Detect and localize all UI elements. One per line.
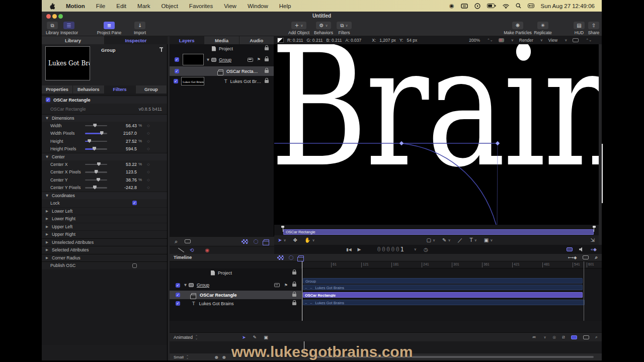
zoom-timeline-icon[interactable]: ⌕: [595, 334, 598, 340]
trim-icon[interactable]: ⧄: [562, 334, 565, 340]
line-tool[interactable]: ／: [458, 237, 463, 244]
group-enable-checkbox[interactable]: ✓: [175, 57, 179, 62]
render-menu[interactable]: Render: [519, 38, 533, 43]
isolate-icon[interactable]: [248, 58, 253, 62]
track-bar-group[interactable]: Group: [303, 278, 583, 284]
center-y-pixels-value[interactable]: -242.8: [112, 185, 137, 190]
height-pixels-value[interactable]: 594.5: [112, 146, 137, 151]
keyframe-icon[interactable]: ◇: [144, 124, 152, 128]
keyframe-icon[interactable]: ◇: [144, 186, 152, 190]
menu-item-file[interactable]: File: [96, 3, 106, 9]
pen-tool[interactable]: ✎: [253, 335, 257, 340]
screen-record-icon[interactable]: ◉: [449, 3, 454, 9]
audio-icon[interactable]: [579, 247, 584, 252]
menu-item-edit[interactable]: Edit: [116, 3, 126, 9]
wifi-icon[interactable]: [503, 4, 509, 9]
center-y-pixels-slider[interactable]: [85, 187, 107, 189]
text-enable-checkbox[interactable]: ✓: [174, 79, 178, 83]
keyframe-icon[interactable]: ◇: [144, 178, 152, 182]
pan-tool[interactable]: ✋∨: [304, 237, 315, 243]
menu-item-mark[interactable]: Mark: [137, 3, 150, 9]
make-particles-button[interactable]: ❋ Make Particles: [501, 22, 534, 35]
filter-region-bar[interactable]: OSCar Rectangle: [283, 229, 594, 235]
share-button[interactable]: ⇧ Share: [587, 22, 601, 35]
disclosure-lower-right[interactable]: ▶Lower Right: [42, 215, 167, 223]
expand-canvas-icon[interactable]: ⇲: [591, 237, 595, 243]
trackpad-zoom-icon[interactable]: [583, 335, 589, 339]
show-filters-icon[interactable]: [264, 239, 269, 243]
lock-icon[interactable]: [292, 302, 296, 305]
timeline-tracks[interactable]: Group ‒ ‒Lukes Got Brains OSCar Rectangl…: [302, 268, 602, 321]
tab-group[interactable]: Group: [136, 85, 167, 94]
filter-enable-checkbox[interactable]: ✓: [175, 69, 179, 73]
text-enable-checkbox[interactable]: ✓: [176, 301, 180, 306]
search-icon[interactable]: ⌕: [175, 238, 178, 245]
disclosure-upper-left[interactable]: ▶Upper Left: [42, 223, 167, 231]
lock-icon[interactable]: [292, 284, 296, 287]
timing-clock-icon[interactable]: ◷: [424, 247, 428, 252]
track-bar-text-2[interactable]: ‒ ‒Lukes Got Brains: [303, 300, 585, 305]
section-coordinates[interactable]: ▼Coordinates: [42, 192, 167, 199]
disclosure-unselected-attributes[interactable]: ▶Unselected Attributes: [42, 238, 167, 246]
timeline-row-oscar-rectangle[interactable]: ✓ OSCar Rectangle: [170, 291, 301, 299]
width-pixels-slider[interactable]: [85, 133, 107, 134]
disclosure-triangle-icon[interactable]: ▼: [184, 283, 187, 287]
width-slider[interactable]: [85, 125, 107, 127]
keyframe-icon[interactable]: ◇: [144, 147, 152, 151]
height-slider[interactable]: [85, 141, 107, 142]
tab-behaviors[interactable]: Behaviors: [73, 85, 104, 94]
keyframe-icon[interactable]: ◇: [144, 131, 152, 135]
show-behaviors-icon[interactable]: [254, 239, 258, 244]
layer-row-oscar-rectangle[interactable]: ✓ OSCar Recta…: [170, 66, 274, 76]
lock-checkbox[interactable]: ✓: [132, 201, 137, 205]
control-center-icon[interactable]: [528, 4, 534, 8]
menu-clock[interactable]: Sun Aug 27 12:49:06: [541, 3, 595, 9]
keyframe-icon[interactable]: ◇: [144, 170, 152, 174]
disclosure-upper-right[interactable]: ▶Upper Right: [42, 230, 167, 238]
show-timeline-icon[interactable]: [567, 247, 573, 251]
layer-row-project[interactable]: Project: [170, 44, 274, 53]
menu-item-help[interactable]: Help: [279, 3, 291, 9]
loop-playback-icon[interactable]: «◆: [591, 247, 597, 252]
project-pane-button[interactable]: ≣ Project Pane: [96, 22, 123, 35]
height-pixels-slider[interactable]: [85, 148, 107, 150]
layer-row-group[interactable]: ✓ ▼ Group ⚑: [170, 53, 274, 66]
canvas[interactable]: Brain: [274, 44, 599, 225]
play-circle-icon[interactable]: [474, 3, 480, 9]
pin-icon[interactable]: [159, 47, 163, 53]
library-button[interactable]: ⧉ Library: [45, 22, 59, 35]
center-y-value[interactable]: 38.76: [112, 177, 137, 183]
apple-menu[interactable]: [49, 3, 55, 10]
curve-icon[interactable]: ●: [222, 355, 226, 359]
center-x-pixels-slider[interactable]: [85, 171, 107, 173]
disclosure-selected-attributes[interactable]: ▶Selected Attributes: [42, 246, 167, 254]
filter-outline-overlay[interactable]: [274, 44, 599, 225]
menu-item-window[interactable]: Window: [248, 3, 268, 9]
lock-icon[interactable]: [265, 58, 269, 61]
width-value[interactable]: 56.43: [112, 123, 137, 128]
center-x-pixels-value[interactable]: 123.5: [112, 169, 137, 174]
replicate-button[interactable]: ✳ Replicate: [531, 22, 554, 35]
filter-enable-checkbox[interactable]: ✓: [176, 293, 180, 297]
inspector-button[interactable]: ☰ Inspector: [60, 22, 77, 35]
section-center[interactable]: ▼Center: [42, 153, 167, 160]
clear-keyframes-icon[interactable]: ⊗: [552, 335, 556, 340]
hud-button[interactable]: ▤ HUD: [573, 22, 586, 35]
audio-waveform-icon[interactable]: ♒: [532, 335, 536, 340]
import-button[interactable]: ↓ Import: [130, 22, 150, 35]
center-x-slider[interactable]: [85, 164, 107, 165]
menu-item-object[interactable]: Object: [162, 3, 178, 9]
zoom-level-select[interactable]: 200%: [469, 38, 480, 43]
timeline-row-lukes-got-brains[interactable]: ✓ T Lukes Got Brains: [170, 299, 301, 308]
battery-icon[interactable]: [487, 4, 496, 8]
shape-tool[interactable]: ▢∨: [427, 237, 436, 243]
text-tool[interactable]: T∨: [470, 237, 477, 243]
filters-button[interactable]: ⧉∨ Filters: [335, 22, 353, 35]
lock-icon[interactable]: [265, 70, 269, 73]
box-select-tool[interactable]: ▣: [264, 335, 268, 340]
view-menu[interactable]: View: [548, 38, 557, 43]
camera-record-icon[interactable]: [571, 335, 577, 339]
snap-icon[interactable]: ●: [215, 355, 218, 359]
tab-media[interactable]: Media: [204, 36, 239, 44]
menu-item-motion[interactable]: Motion: [66, 3, 85, 9]
